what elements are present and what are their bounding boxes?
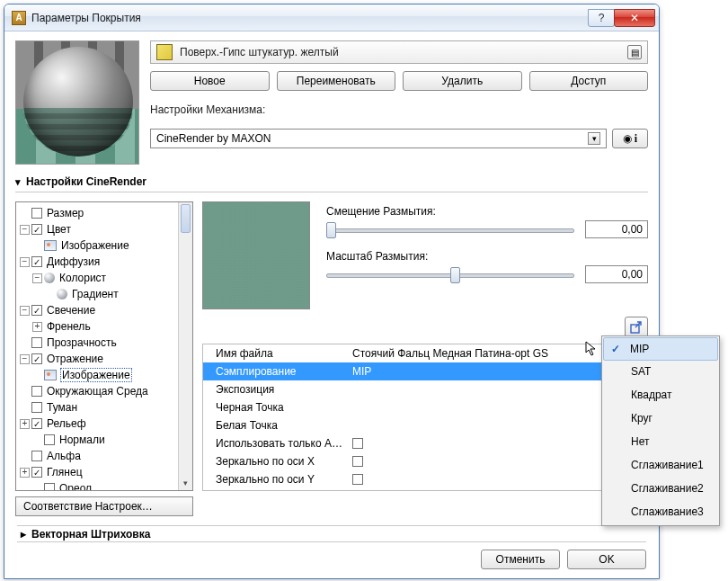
tree-checkbox[interactable] xyxy=(31,337,42,348)
tree-checkbox[interactable] xyxy=(31,353,42,364)
property-checkbox[interactable] xyxy=(352,474,363,485)
property-name: Зеркально по оси Y xyxy=(203,473,347,486)
property-row[interactable]: Имя файлаСтоячий Фальц Медная Патина-opt… xyxy=(203,344,647,362)
property-name: Черная Точка xyxy=(203,401,347,414)
menu-item-label: MIP xyxy=(630,343,649,355)
tree-checkbox[interactable] xyxy=(44,483,55,491)
collapse-icon[interactable]: − xyxy=(32,273,42,283)
info-icon: i xyxy=(635,132,637,146)
tree-item[interactable]: −Колорист xyxy=(20,270,180,286)
preview-button[interactable]: ◉ i xyxy=(612,129,648,148)
tree-checkbox[interactable] xyxy=(31,305,42,316)
expand-icon[interactable]: + xyxy=(20,468,30,478)
property-checkbox[interactable] xyxy=(352,456,363,467)
blur-offset-value[interactable]: 0,00 xyxy=(585,220,648,238)
property-checkbox[interactable] xyxy=(352,438,363,449)
match-settings-button[interactable]: Соответствие Настроек… xyxy=(15,496,193,516)
tree-item[interactable]: +Рельеф xyxy=(20,416,180,432)
access-button[interactable]: Доступ xyxy=(529,71,649,91)
surface-selector[interactable]: Поверх.-Гипс штукатур. желтый ▤ xyxy=(150,40,648,64)
tree-item[interactable]: Альфа xyxy=(20,448,180,464)
property-row[interactable]: Зеркально по оси Y xyxy=(203,470,647,488)
engine-select[interactable]: CineRender by MAXON ▾ xyxy=(150,129,607,148)
tree-item[interactable]: Размер xyxy=(20,205,180,221)
tree-item[interactable]: Ореол xyxy=(20,480,180,491)
menu-item[interactable]: Круг xyxy=(604,407,717,430)
property-row[interactable]: Черная Точка0 xyxy=(203,398,647,416)
tree-item[interactable]: Прозрачность xyxy=(20,335,180,351)
tree-label: Окружающая Среда xyxy=(47,385,148,398)
menu-item[interactable]: Квадрат xyxy=(604,383,717,407)
property-row[interactable]: СэмплированиеMIP▾ xyxy=(203,362,647,380)
property-row[interactable]: Использовать только А… xyxy=(203,434,647,452)
collapse-icon[interactable]: − xyxy=(20,257,30,267)
ok-button[interactable]: OK xyxy=(567,550,646,569)
property-row[interactable]: Зеркально по оси X xyxy=(203,452,647,470)
property-row[interactable]: Экспозиция0 xyxy=(203,380,647,398)
section-cinerender[interactable]: ▾ Настройки CineRender xyxy=(15,175,648,188)
property-name: Использовать только А… xyxy=(203,437,347,450)
blur-scale-slider[interactable] xyxy=(326,264,574,284)
tree-label: Изображение xyxy=(61,369,131,381)
export-icon xyxy=(629,320,644,335)
tree-checkbox[interactable] xyxy=(31,402,42,413)
chevron-right-icon: ▸ xyxy=(21,528,26,541)
section-vector-hatch[interactable]: ▸ Векторная Штриховка xyxy=(21,528,643,541)
blur-offset-slider[interactable] xyxy=(326,219,574,239)
menu-item[interactable]: Сглаживание1 xyxy=(604,453,717,477)
menu-item-label: Нет xyxy=(631,435,649,448)
engine-value: CineRender by MAXON xyxy=(156,132,271,145)
tree-item[interactable]: Изображение xyxy=(20,237,180,254)
close-button[interactable]: ✕ xyxy=(614,9,655,27)
expand-icon[interactable]: + xyxy=(20,419,30,429)
help-button[interactable]: ? xyxy=(588,9,615,27)
property-row[interactable]: Белая Точка1 xyxy=(203,416,647,434)
eye-icon: ◉ xyxy=(623,132,632,145)
cancel-button[interactable]: Отменить xyxy=(481,550,560,569)
blur-offset-label: Смещение Размытия: xyxy=(326,205,648,218)
tree-item[interactable]: −Цвет xyxy=(20,221,180,237)
tree-checkbox[interactable] xyxy=(31,451,42,461)
tree-item[interactable]: −Отражение xyxy=(20,351,180,367)
tree-checkbox[interactable] xyxy=(31,418,42,429)
menu-item-label: SAT xyxy=(631,365,651,378)
property-name: Белая Точка xyxy=(203,419,347,432)
tree-checkbox[interactable] xyxy=(31,208,42,219)
delete-button[interactable]: Удалить xyxy=(403,71,522,91)
collapse-icon[interactable]: − xyxy=(20,225,30,235)
blur-scale-value[interactable]: 0,00 xyxy=(585,265,648,283)
tree-item[interactable]: Нормали xyxy=(20,432,180,448)
blur-scale-label: Масштаб Размытия: xyxy=(326,250,648,263)
surface-browse-icon[interactable]: ▤ xyxy=(627,45,642,59)
tree-item[interactable]: Градиент xyxy=(20,286,180,302)
scroll-down-icon[interactable]: ▾ xyxy=(179,476,192,490)
tree-item[interactable]: −Диффузия xyxy=(20,254,180,270)
expand-icon[interactable]: + xyxy=(32,322,42,332)
tree-checkbox[interactable] xyxy=(44,434,55,445)
menu-item[interactable]: SAT xyxy=(604,360,717,383)
menu-item[interactable]: Сглаживание2 xyxy=(604,477,717,500)
tree-item[interactable]: Окружающая Среда xyxy=(20,383,180,399)
menu-item[interactable]: Сглаживание3 xyxy=(604,500,717,523)
tree-scrollbar[interactable]: ▴ ▾ xyxy=(178,202,192,490)
tree-checkbox[interactable] xyxy=(31,224,42,235)
tree-checkbox[interactable] xyxy=(31,386,42,397)
image-icon xyxy=(44,240,57,251)
tree-item[interactable]: +Френель xyxy=(20,318,180,335)
tree-checkbox[interactable] xyxy=(31,256,42,267)
menu-item[interactable]: Нет xyxy=(604,430,717,453)
tree-item[interactable]: Изображение xyxy=(20,367,180,383)
tree-checkbox[interactable] xyxy=(31,467,42,478)
new-button[interactable]: Новое xyxy=(150,71,270,91)
collapse-icon[interactable]: − xyxy=(20,354,30,364)
menu-item[interactable]: ✓MIP xyxy=(603,337,718,361)
tree-item[interactable]: +Глянец xyxy=(20,464,180,480)
scroll-thumb[interactable] xyxy=(181,204,191,233)
collapse-icon[interactable]: − xyxy=(20,306,30,316)
tree-panel: Размер−ЦветИзображение−Диффузия−Колорист… xyxy=(15,201,193,491)
rename-button[interactable]: Переименовать xyxy=(277,71,396,91)
tree-item[interactable]: −Свечение xyxy=(20,302,180,318)
sampling-dropdown[interactable]: ✓MIPSATКвадратКругНетСглаживание1Сглажив… xyxy=(601,335,720,526)
tree-spacer xyxy=(20,387,30,397)
tree-item[interactable]: Туман xyxy=(20,399,180,416)
